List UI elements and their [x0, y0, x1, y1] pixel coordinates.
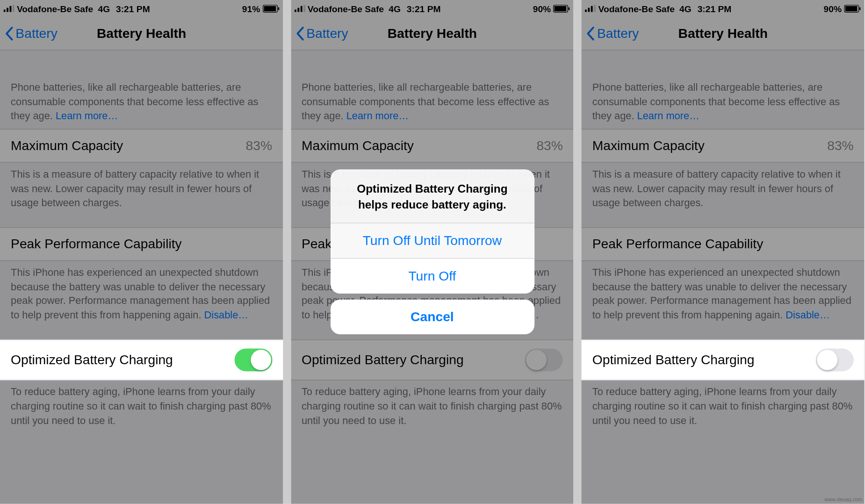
- sheet-title: Optimized Battery Charging helps reduce …: [330, 169, 534, 223]
- svg-rect-20: [859, 7, 861, 10]
- nav-bar: Battery Battery Health: [582, 17, 865, 50]
- learn-more-link[interactable]: Learn more…: [346, 110, 409, 122]
- intro-text: Phone batteries, like all rechargeable b…: [291, 50, 574, 130]
- peak-perf-label: Peak Performance Capability: [592, 236, 764, 252]
- svg-rect-16: [591, 6, 593, 12]
- back-label: Battery: [306, 26, 348, 41]
- back-label: Battery: [15, 26, 57, 41]
- time-label: 3:21 PM: [116, 3, 150, 14]
- time-label: 3:21 PM: [698, 3, 732, 14]
- back-button[interactable]: Battery: [5, 26, 58, 41]
- nav-bar: Battery Battery Health: [291, 17, 574, 50]
- svg-rect-6: [278, 7, 279, 10]
- svg-rect-14: [585, 9, 587, 12]
- back-button[interactable]: Battery: [296, 26, 348, 41]
- turn-off-button[interactable]: Turn Off: [330, 259, 534, 294]
- peak-perf-label: Peak Performance Capability: [11, 236, 182, 252]
- svg-rect-3: [13, 5, 14, 12]
- network-label: 4G: [389, 3, 401, 14]
- carrier-label: Vodafone-Be Safe: [598, 3, 675, 14]
- svg-rect-13: [569, 7, 570, 10]
- status-bar: Vodafone-Be Safe 4G 3:21 PM 90%: [291, 0, 574, 17]
- battery-pct: 90%: [533, 3, 551, 14]
- svg-rect-1: [7, 7, 8, 12]
- nav-bar: Battery Battery Health: [0, 17, 283, 50]
- svg-rect-10: [303, 5, 305, 12]
- max-capacity-footer: This is a measure of battery capacity re…: [0, 163, 283, 227]
- max-capacity-value: 83%: [827, 138, 854, 154]
- svg-rect-19: [845, 6, 858, 11]
- optimized-charging-row: Optimized Battery Charging: [0, 339, 283, 380]
- optimized-charging-toggle[interactable]: [816, 348, 854, 371]
- optimized-charging-toggle[interactable]: [525, 348, 563, 371]
- watermark: www.deuaq.com: [824, 497, 862, 502]
- battery-icon: [263, 5, 280, 13]
- turn-off-until-tomorrow-button[interactable]: Turn Off Until Tomorrow: [330, 223, 534, 259]
- max-capacity-footer: This is a measure of battery capacity re…: [582, 163, 865, 227]
- peak-perf-footer: This iPhone has experienced an unexpecte…: [0, 261, 283, 339]
- learn-more-link[interactable]: Learn more…: [637, 110, 699, 122]
- chevron-left-icon: [296, 26, 304, 41]
- peak-perf-row: Peak Performance Capability: [582, 227, 865, 261]
- optimized-charging-footer: To reduce battery aging, iPhone learns f…: [0, 380, 283, 445]
- optimized-charging-footer: To reduce battery aging, iPhone learns f…: [291, 380, 574, 445]
- chevron-left-icon: [586, 26, 595, 41]
- svg-rect-7: [295, 9, 296, 12]
- svg-rect-8: [297, 7, 299, 12]
- signal-icon: [585, 3, 596, 14]
- optimized-charging-row: Optimized Battery Charging: [291, 339, 574, 380]
- battery-icon: [844, 5, 861, 13]
- disable-link[interactable]: Disable…: [786, 310, 830, 321]
- status-bar: Vodafone-Be Safe 4G 3:21 PM 90%: [582, 0, 865, 17]
- carrier-label: Vodafone-Be Safe: [17, 3, 93, 14]
- signal-icon: [295, 3, 305, 14]
- battery-pct: 90%: [824, 3, 842, 14]
- peak-perf-footer: This iPhone has experienced an unexpecte…: [582, 261, 865, 339]
- learn-more-link[interactable]: Learn more…: [56, 110, 118, 122]
- max-capacity-label: Maximum Capacity: [592, 138, 705, 154]
- svg-rect-17: [594, 5, 596, 12]
- back-button[interactable]: Battery: [586, 26, 639, 41]
- svg-rect-15: [588, 7, 590, 12]
- max-capacity-row: Maximum Capacity 83%: [582, 129, 865, 163]
- max-capacity-label: Maximum Capacity: [11, 138, 123, 154]
- action-sheet: Optimized Battery Charging helps reduce …: [330, 169, 534, 334]
- disable-link[interactable]: Disable…: [204, 310, 249, 321]
- peak-perf-row: Peak Performance Capability: [0, 227, 283, 261]
- optimized-charging-toggle[interactable]: [234, 348, 272, 371]
- battery-icon: [553, 5, 570, 13]
- optimized-charging-label: Optimized Battery Charging: [592, 352, 755, 367]
- max-capacity-row: Maximum Capacity 83%: [291, 129, 574, 163]
- carrier-label: Vodafone-Be Safe: [308, 3, 384, 14]
- network-label: 4G: [679, 3, 692, 14]
- intro-text: Phone batteries, like all rechargeable b…: [582, 50, 865, 130]
- svg-rect-2: [10, 6, 12, 12]
- optimized-charging-label: Optimized Battery Charging: [302, 352, 464, 367]
- svg-rect-5: [264, 6, 276, 11]
- intro-text: Phone batteries, like all rechargeable b…: [0, 50, 283, 130]
- svg-rect-9: [300, 6, 302, 12]
- cancel-button[interactable]: Cancel: [330, 300, 534, 334]
- svg-rect-12: [555, 6, 567, 11]
- max-capacity-row: Maximum Capacity 83%: [0, 129, 283, 163]
- max-capacity-label: Maximum Capacity: [302, 138, 414, 154]
- optimized-charging-footer: To reduce battery aging, iPhone learns f…: [582, 380, 865, 445]
- chevron-left-icon: [5, 26, 13, 41]
- back-label: Battery: [597, 26, 639, 41]
- signal-icon: [4, 3, 14, 14]
- svg-rect-0: [4, 9, 6, 12]
- battery-pct: 91%: [242, 3, 260, 14]
- optimized-charging-row: Optimized Battery Charging: [582, 339, 865, 380]
- time-label: 3:21 PM: [407, 3, 441, 14]
- max-capacity-value: 83%: [536, 138, 563, 154]
- status-bar: Vodafone-Be Safe 4G 3:21 PM 91%: [0, 0, 283, 17]
- network-label: 4G: [98, 3, 110, 14]
- optimized-charging-label: Optimized Battery Charging: [11, 352, 173, 367]
- max-capacity-value: 83%: [246, 138, 273, 154]
